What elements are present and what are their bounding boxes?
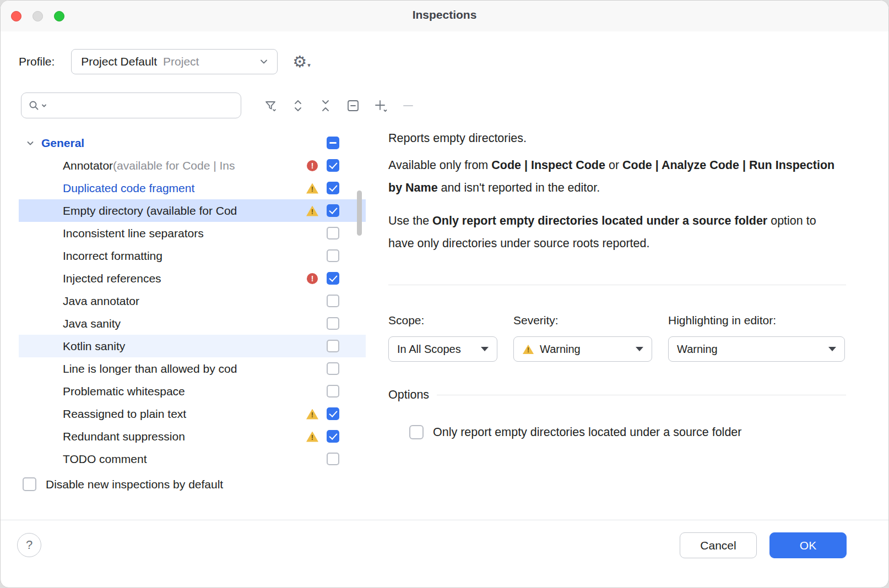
expand-all-button[interactable] [284,96,312,116]
window-title: Inspections [1,8,888,21]
tree-item-checkbox[interactable] [327,272,339,285]
tree-row[interactable]: Incorrect formatting [19,244,366,267]
tree-row[interactable]: Line is longer than allowed by cod [19,357,366,380]
tree-item-label: Problematic whitespace [63,385,185,398]
tree-item-label: Annotator [63,159,113,172]
chevron-down-icon [481,347,489,351]
collapse-all-button[interactable] [312,96,339,116]
error-icon [306,159,319,172]
tree-item-label: Duplicated code fragment [63,182,194,195]
tree-row[interactable]: Duplicated code fragment [19,177,366,199]
tree-item-checkbox[interactable] [327,204,339,217]
tree-items: Annotator (available for Code | Ins Dupl… [19,154,366,470]
tree-item-label: Java sanity [63,317,121,330]
chevron-down-icon [258,56,269,67]
severity-label: Severity: [513,314,652,327]
tree-item-checkbox[interactable] [327,340,339,352]
options-checkbox-row[interactable]: Only report empty directories located un… [409,425,846,439]
tree-item-label: Redundant suppression [63,430,185,443]
profile-actions-button[interactable]: ⚙ ▾ [292,54,311,70]
profile-value: Project Default [81,55,157,68]
toolbar-icons [257,96,422,116]
options-title: Options [388,388,429,402]
chevron-down-icon[interactable] [24,139,36,148]
tree-item-checkbox[interactable] [327,317,339,330]
no-icon [306,317,319,330]
gear-icon: ⚙ [292,54,307,70]
tree-item-label: Line is longer than allowed by cod [63,362,237,375]
tree-item-checkbox[interactable] [327,453,339,465]
tree-item-text: Incorrect formatting [63,249,306,263]
tree-item-checkbox[interactable] [327,362,339,375]
tree-item-text: Redundant suppression [63,430,306,443]
tree-item-suffix: (available for Code | Ins [113,159,235,172]
tree-row[interactable]: Empty directory (available for Cod [19,199,366,222]
tree-group-general[interactable]: General [19,132,366,154]
plus-icon [373,98,388,113]
collapse-all-icon [319,99,332,113]
minus-square-icon [346,99,360,113]
tree-item-checkbox[interactable] [327,227,339,239]
warning-icon [306,407,319,421]
description-line-3: Use the Only report empty directories lo… [388,210,829,255]
tree-item-text: Java annotator [63,295,306,308]
severity-dropdown[interactable]: Warning [513,336,652,362]
highlighting-label: Highlighting in editor: [668,314,845,327]
tree-item-label: TODO comment [63,453,147,466]
profile-label: Profile: [19,55,55,68]
tree-item-checkbox[interactable] [327,430,339,443]
tree-row[interactable]: Injected references [19,267,366,290]
tree-row[interactable]: Java sanity [19,312,366,335]
tree-row[interactable]: Java annotator [19,290,366,312]
tree-row[interactable]: Problematic whitespace [19,380,366,402]
text-segment-bold: Code | Inspect Code [491,159,605,172]
chevron-down-icon: ▾ [307,62,311,69]
tree-item-checkbox[interactable] [327,159,339,172]
add-inspection-button[interactable] [367,96,394,116]
ok-button[interactable]: OK [769,532,847,558]
tree-row[interactable]: Reassigned to plain text [19,402,366,425]
disable-new-inspections-checkbox[interactable] [23,477,36,491]
only-report-source-folder-label: Only report empty directories located un… [433,426,741,439]
footer-divider [1,520,888,520]
only-report-source-folder-checkbox[interactable] [409,425,424,439]
tree-row[interactable]: Kotlin sanity [19,335,366,357]
tree-row[interactable]: Redundant suppression [19,425,366,448]
help-button[interactable]: ? [17,533,41,557]
tree-row[interactable]: Annotator (available for Code | Ins [19,154,366,177]
tree-row[interactable]: Inconsistent line separators [19,222,366,244]
cancel-button[interactable]: Cancel [680,532,757,558]
filter-button[interactable] [257,96,284,116]
scope-dropdown[interactable]: In All Scopes [388,336,497,362]
highlighting-value: Warning [677,343,718,356]
disable-new-inspections-row[interactable]: Disable new inspections by default [23,477,223,491]
tree-item-text: TODO comment [63,453,306,466]
group-checkbox[interactable] [327,137,339,149]
no-icon [306,227,319,240]
options-header: Options [388,388,846,402]
tree-item-checkbox[interactable] [327,295,339,307]
highlighting-dropdown[interactable]: Warning [668,336,845,362]
search-icon [28,100,40,112]
tree-item-label: Java annotator [63,295,139,308]
tree-item-label: Incorrect formatting [63,249,162,263]
scope-value: In All Scopes [397,343,461,356]
tree-item-checkbox[interactable] [327,385,339,398]
severity-value: Warning [540,343,581,356]
tree-item-text: Java sanity [63,317,306,330]
tree-item-label: Kotlin sanity [63,340,125,353]
search-input[interactable] [51,99,234,112]
tree-item-checkbox[interactable] [327,249,339,262]
tree-item-text: Problematic whitespace [63,385,306,398]
chevron-down-icon [636,347,643,351]
profile-select[interactable]: Project Default Project [71,49,278,74]
tree-row[interactable]: TODO comment [19,448,366,470]
tree-item-checkbox[interactable] [327,182,339,194]
section-divider [388,285,846,285]
remove-inspection-group-button[interactable] [339,96,367,116]
search-box[interactable] [21,92,241,118]
no-icon [306,137,319,150]
minus-icon [401,99,415,113]
tree-item-checkbox[interactable] [327,407,339,420]
scrollbar-thumb[interactable] [357,190,362,236]
